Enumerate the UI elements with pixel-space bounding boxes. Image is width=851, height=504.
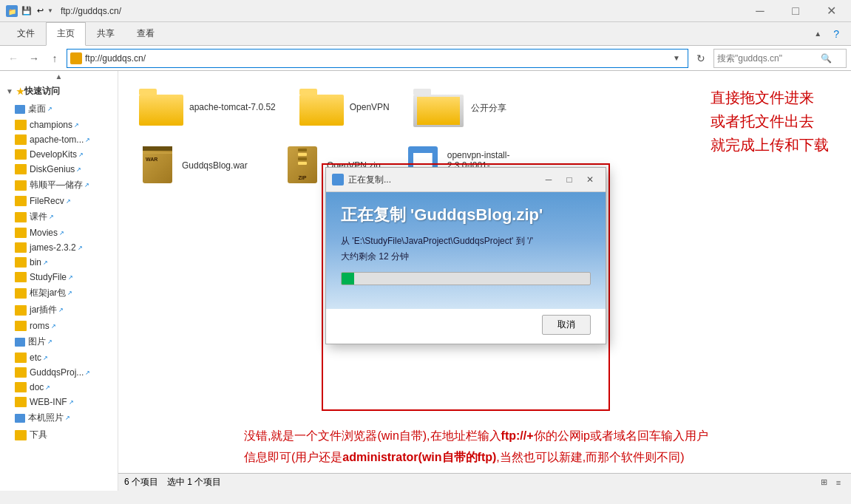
bottom-text-line2: 信息即可(用户还是 — [244, 451, 342, 463]
pin-icon: ↗ — [49, 214, 54, 220]
sidebar-item-hanshunping[interactable]: 韩顺平—储存 ↗ — [0, 177, 118, 194]
sidebar-item-label: jar插件 — [30, 304, 57, 316]
sidebar-item-bj[interactable]: 本机照片 ↗ — [0, 409, 118, 426]
sidebar-item-xiaj[interactable]: 下具 — [0, 426, 118, 443]
address-input[interactable] — [85, 53, 670, 64]
folder-icon — [15, 321, 27, 331]
search-icon[interactable]: 🔍 — [821, 53, 832, 64]
file-label: GuddqsBlog.war — [182, 160, 248, 171]
tab-home[interactable]: 主页 — [46, 22, 86, 46]
dialog-footer: 取消 — [326, 309, 606, 344]
forward-button[interactable]: → — [25, 50, 43, 67]
file-item-guddqsblog-war[interactable]: WAR GuddqsBlog.war — [133, 140, 266, 191]
tab-file[interactable]: 文件 — [6, 22, 46, 45]
progress-bar-container — [341, 272, 591, 285]
sidebar-item-label: roms — [30, 321, 50, 331]
folder-icon — [15, 430, 27, 440]
file-item-apache-tomcat[interactable]: apache-tomcat-7.0.52 — [133, 83, 282, 132]
folder-icon — [15, 180, 27, 191]
sidebar-item-label: DevelopKits — [30, 149, 77, 160]
address-bar-container: ▼ — [67, 49, 688, 68]
dialog-minimize-button[interactable]: ─ — [539, 172, 558, 187]
scroll-up[interactable]: ▲ — [0, 71, 118, 82]
sidebar-item-label: 韩顺平—储存 — [30, 179, 83, 191]
sidebar-item-tupian[interactable]: 图片 ↗ — [0, 333, 118, 350]
bottom-line1: 没错,就是一个文件浏览器(win自带),在地址栏输入ftp://+你的公网ip或… — [244, 426, 844, 447]
ribbon-help[interactable]: ? — [827, 22, 845, 45]
ribbon-collapse[interactable]: ▲ — [808, 22, 827, 45]
back-button[interactable]: ← — [4, 50, 22, 67]
folder-icon-blue — [15, 338, 25, 347]
folder-icon — [15, 164, 27, 174]
sidebar-item-movies[interactable]: Movies ↗ — [0, 225, 118, 240]
pin-icon: ↗ — [69, 399, 74, 406]
folder-icon — [15, 397, 27, 407]
quick-access-icon: ★ — [16, 86, 24, 97]
folder-icon — [15, 196, 27, 206]
view-list-icon[interactable]: ≡ — [832, 476, 845, 489]
minimize-button[interactable]: ─ — [743, 0, 777, 22]
annotation-line1: 直接拖文件进来 — [711, 86, 844, 109]
file-item-openvpn[interactable]: OpenVPN — [294, 83, 396, 132]
dialog-maximize-button[interactable]: □ — [560, 172, 579, 187]
sidebar-item-diskgenius[interactable]: DiskGenius ↗ — [0, 162, 118, 177]
up-button[interactable]: ↑ — [46, 50, 64, 67]
title-bar: 📁 💾 ↩ ▼ ftp://guddqs.cn/ ─ □ ✕ — [0, 0, 851, 22]
maximize-button[interactable]: □ — [779, 0, 813, 22]
cancel-button[interactable]: 取消 — [542, 315, 591, 335]
search-input[interactable] — [717, 53, 821, 64]
dialog-time-label: 大约剩余 12 分钟 — [341, 251, 591, 263]
sidebar-item-james[interactable]: james-2.3.2 ↗ — [0, 240, 118, 255]
quick-access-toolbar-save[interactable]: 💾 — [21, 5, 33, 17]
pin-icon: ↗ — [43, 259, 48, 266]
ribbon: 文件 主页 共享 查看 ▲ ? — [0, 22, 851, 46]
sidebar-item-kejian[interactable]: 课件 ↗ — [0, 208, 118, 225]
annotation-line2: 或者托文件出去 — [711, 109, 844, 133]
refresh-button[interactable]: ↻ — [691, 49, 711, 68]
nav-bar: ← → ↑ ▼ ↻ 🔍 — [0, 46, 851, 71]
sidebar-item-etc[interactable]: etc ↗ — [0, 350, 118, 365]
sidebar-item-developkits[interactable]: DevelopKits ↗ — [0, 147, 118, 162]
svg-text:📁: 📁 — [8, 7, 17, 16]
tab-view[interactable]: 查看 — [126, 22, 166, 45]
sidebar-item-label: apache-tom... — [30, 134, 84, 145]
copy-dialog: 正在复制... ─ □ ✕ 正在复制 'GuddqsBlog.zip' 从 'E… — [325, 167, 606, 344]
pin-icon: ↗ — [45, 384, 50, 391]
sidebar-item-kuangjia[interactable]: 框架jar包 ↗ — [0, 285, 118, 302]
sidebar-item-jarchajian[interactable]: jar插件 ↗ — [0, 302, 118, 319]
items-count: 6 个项目 — [124, 476, 158, 488]
folder-icon — [15, 134, 27, 145]
quick-access-dropdown[interactable]: ▼ — [47, 7, 53, 14]
dialog-from-label: 从 'E:\StudyFile\JavaProject\GuddqsProjec… — [341, 235, 591, 248]
pin-icon: ↗ — [43, 355, 48, 361]
view-grid-icon[interactable]: ⊞ — [817, 476, 830, 489]
dialog-close-button[interactable]: ✕ — [580, 172, 600, 187]
pin-icon: ↗ — [84, 182, 89, 188]
status-text: 6 个项目 选中 1 个项目 — [124, 476, 221, 488]
sidebar-item-label: Movies — [30, 228, 58, 238]
sidebar-item-doc[interactable]: doc ↗ — [0, 380, 118, 395]
sidebar-item-guddqsproj[interactable]: GuddqsProj... ↗ — [0, 365, 118, 380]
quick-access-header[interactable]: ▼ ★ 快速访问 — [0, 82, 118, 101]
folder-icon — [15, 257, 27, 268]
sidebar-item-desktop[interactable]: 桌面 ↗ — [0, 101, 118, 118]
sidebar-item-apache[interactable]: apache-tom... ↗ — [0, 132, 118, 147]
sidebar-item-label: 下具 — [30, 429, 47, 441]
sidebar-item-roms[interactable]: roms ↗ — [0, 319, 118, 333]
sidebar-item-filerecv[interactable]: FileRecv ↗ — [0, 194, 118, 208]
pin-icon: ↗ — [68, 274, 73, 281]
address-icon — [70, 52, 82, 64]
sidebar-item-studyfile[interactable]: StudyFile ↗ — [0, 270, 118, 285]
sidebar-item-champions[interactable]: champions ↗ — [0, 118, 118, 132]
quick-access-toolbar-undo[interactable]: ↩ — [34, 5, 46, 17]
progress-bar-fill — [342, 273, 354, 285]
file-item-gonkai[interactable]: 公开分享 — [407, 83, 512, 133]
bottom-text-part2: 你的公网ip或者域名回车输入用户 — [534, 429, 708, 442]
sidebar-item-label: 图片 — [28, 336, 46, 348]
close-button[interactable]: ✕ — [814, 0, 848, 22]
address-dropdown[interactable]: ▼ — [673, 54, 685, 62]
tab-share[interactable]: 共享 — [86, 22, 126, 45]
sidebar-item-label: DiskGenius — [30, 164, 75, 174]
sidebar-item-webinf[interactable]: WEB-INF ↗ — [0, 395, 118, 409]
sidebar-item-bin[interactable]: bin ↗ — [0, 255, 118, 270]
